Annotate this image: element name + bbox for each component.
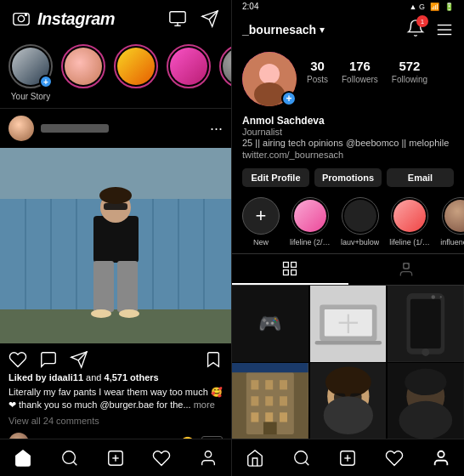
edit-profile-button[interactable]: Edit Profile <box>242 168 309 187</box>
followers-label: Followers <box>342 75 378 84</box>
svg-point-22 <box>99 187 132 204</box>
svg-rect-65 <box>265 396 273 405</box>
svg-rect-3 <box>170 12 185 23</box>
status-time: 2:04 <box>242 2 258 11</box>
highlight-ring-1 <box>291 197 329 235</box>
grid-img-3 <box>388 286 464 362</box>
caption-more[interactable]: more <box>194 400 215 410</box>
profile-stats: 30 Posts 176 Followers 572 Following <box>307 52 427 84</box>
tag-person-icon <box>398 261 415 278</box>
nav-home[interactable] <box>4 439 42 477</box>
promotions-button[interactable]: Promotions <box>314 168 382 187</box>
highlight-label-1: lifeline (2/n... <box>290 238 331 246</box>
menu-icon[interactable] <box>435 20 454 39</box>
svg-point-25 <box>91 309 111 318</box>
grid-cell-2[interactable] <box>310 286 387 362</box>
right-panel: 2:04 ▲ G 📶 🔋 _bournesach ▾ 1 <box>232 0 464 476</box>
post-more-icon[interactable]: ··· <box>210 120 223 138</box>
post-image <box>0 148 231 343</box>
grid-cell-5[interactable] <box>310 363 387 439</box>
grid-cell-6[interactable] <box>388 363 464 439</box>
stat-followers[interactable]: 176 Followers <box>342 59 378 84</box>
svg-rect-44 <box>291 270 297 275</box>
svg-rect-21 <box>104 203 127 210</box>
story-item-2[interactable] <box>114 44 158 101</box>
story-item-3[interactable] <box>167 44 211 101</box>
logo-area: Instagram <box>12 9 115 29</box>
highlight-lauv[interactable]: lauv+bulow <box>341 197 379 246</box>
highlight-circle-2 <box>344 200 376 232</box>
send-icon[interactable] <box>201 9 219 28</box>
profile-add-badge[interactable]: + <box>281 91 297 106</box>
right-nav-profile[interactable] <box>422 439 460 477</box>
posts-count: 30 <box>310 59 325 73</box>
your-story-label: Your Story <box>11 92 50 101</box>
heart-icon <box>152 449 171 468</box>
nav-profile[interactable] <box>190 439 227 477</box>
grid-cell-4[interactable] <box>232 363 308 439</box>
post-avatar <box>8 116 34 141</box>
svg-line-30 <box>73 462 76 465</box>
photo-grid <box>232 286 464 439</box>
caption-text: Literally my fav pants I wear them way t… <box>8 387 223 410</box>
story-item-1[interactable] <box>61 44 105 101</box>
notification-wrap[interactable]: 1 <box>406 19 425 41</box>
grid-cell-3[interactable] <box>388 286 464 362</box>
nav-search[interactable] <box>51 439 88 477</box>
tab-grid[interactable] <box>232 254 348 285</box>
comment-input-row: Add a comment... 🙂 GIF <box>0 429 231 439</box>
svg-rect-55 <box>410 299 441 348</box>
following-label: Following <box>392 75 427 84</box>
email-button[interactable]: Email <box>387 168 454 187</box>
grid-cell-1[interactable] <box>232 286 308 362</box>
highlight-lifeline2[interactable]: lifeline (1/n... <box>389 197 430 246</box>
notification-badge: 1 <box>416 15 428 27</box>
status-indicators: ▲ G 📶 🔋 <box>410 2 454 11</box>
highlight-lifeline1[interactable]: lifeline (2/n... <box>290 197 331 246</box>
svg-rect-71 <box>232 363 308 372</box>
username-wrap[interactable]: _bournesach ▾ <box>242 23 325 37</box>
bio-title: Journalist <box>242 127 454 137</box>
post-user <box>8 116 109 141</box>
svg-point-39 <box>259 64 280 84</box>
tab-tag[interactable] <box>348 254 465 285</box>
right-nav-search[interactable] <box>283 439 320 477</box>
bio-link[interactable]: twitter.com/_bournesach <box>242 150 454 160</box>
nav-add[interactable] <box>97 439 134 477</box>
nav-heart[interactable] <box>143 439 180 477</box>
view-comments[interactable]: View all 24 comments <box>0 416 231 429</box>
post-header: ··· <box>0 109 231 148</box>
svg-rect-50 <box>314 341 381 344</box>
bookmark-icon[interactable] <box>204 350 223 369</box>
liked-by: Liked by idaali11 and 4,571 others <box>0 372 231 386</box>
highlight-influencer[interactable]: influencerrm... <box>440 197 464 246</box>
grid-img-4 <box>232 363 308 439</box>
liked-by-user[interactable]: idaali11 <box>49 372 83 382</box>
highlight-new[interactable]: + New <box>242 197 280 246</box>
left-bottom-nav <box>0 439 231 476</box>
comment-icon[interactable] <box>39 350 58 369</box>
right-nav-heart[interactable] <box>376 439 413 477</box>
highlights-row: + New lifeline (2/n... lauv+bulow lifeli… <box>232 190 464 253</box>
stat-posts[interactable]: 30 Posts <box>307 59 328 84</box>
like-icon[interactable] <box>8 350 27 369</box>
grid-icon <box>281 260 298 277</box>
svg-point-34 <box>205 450 211 456</box>
stat-following[interactable]: 572 Following <box>392 59 427 84</box>
highlight-ring-3 <box>391 197 428 235</box>
your-story[interactable]: + Your Story <box>8 44 53 101</box>
tv-icon[interactable] <box>168 9 187 28</box>
right-bottom-nav <box>232 439 464 476</box>
story-item-4[interactable] <box>219 44 231 101</box>
svg-point-77 <box>323 396 372 434</box>
share-icon[interactable] <box>70 350 88 369</box>
svg-point-26 <box>119 309 139 318</box>
svg-point-40 <box>254 82 285 106</box>
right-header-icons: 1 <box>406 19 454 41</box>
profile-info: + 30 Posts 176 Followers 572 Following <box>232 47 464 111</box>
profile-bio: Anmol Sachdeva Journalist 25 || airing t… <box>232 111 464 165</box>
right-nav-add[interactable] <box>329 439 366 477</box>
right-nav-home[interactable] <box>236 439 274 477</box>
svg-point-58 <box>440 297 442 298</box>
new-highlight-circle: + <box>242 197 280 235</box>
